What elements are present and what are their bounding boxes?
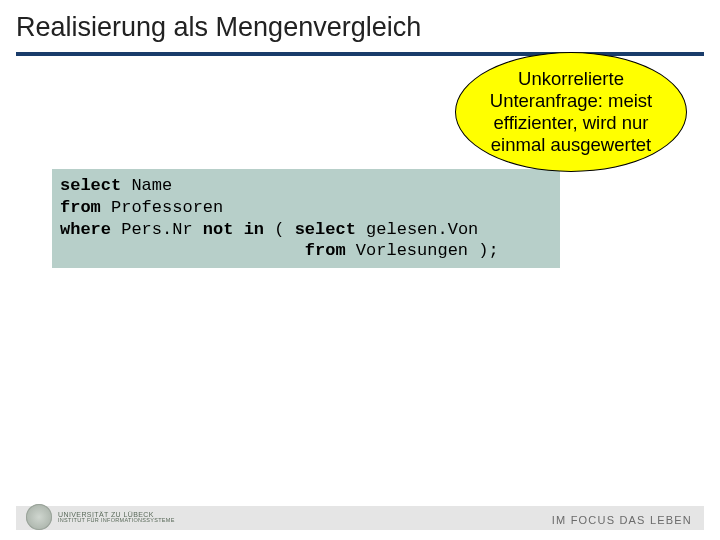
keyword-select-inner: select xyxy=(295,220,356,239)
keyword-where: where xyxy=(60,220,111,239)
university-text: UNIVERSITÄT ZU LÜBECK INSTITUT FÜR INFOR… xyxy=(58,511,175,524)
code-text: Professoren xyxy=(101,198,223,217)
code-text: Vorlesungen ); xyxy=(346,241,499,260)
code-indent xyxy=(60,241,305,260)
code-text: ( xyxy=(264,220,295,239)
slide: Realisierung als Mengenvergleich select … xyxy=(0,0,720,540)
footer-left: UNIVERSITÄT ZU LÜBECK INSTITUT FÜR INFOR… xyxy=(26,504,175,530)
callout-ellipse: Unkorrelierte Unteranfrage: meist effizi… xyxy=(455,52,687,172)
slide-title: Realisierung als Mengenvergleich xyxy=(16,12,421,43)
code-text: gelesen.Von xyxy=(356,220,478,239)
institute-name: INSTITUT FÜR INFORMATIONSSYSTEME xyxy=(58,518,175,524)
keyword-from: from xyxy=(60,198,101,217)
footer-slogan: IM FOCUS DAS LEBEN xyxy=(552,514,692,526)
keyword-not-in: not in xyxy=(203,220,264,239)
keyword-select: select xyxy=(60,176,121,195)
callout-bubble: Unkorrelierte Unteranfrage: meist effizi… xyxy=(455,52,687,206)
code-text: Name xyxy=(121,176,172,195)
keyword-from-inner: from xyxy=(305,241,346,260)
callout-text: Unkorrelierte Unteranfrage: meist effizi… xyxy=(470,68,672,155)
code-text: Pers.Nr xyxy=(111,220,203,239)
university-seal-icon xyxy=(26,504,52,530)
